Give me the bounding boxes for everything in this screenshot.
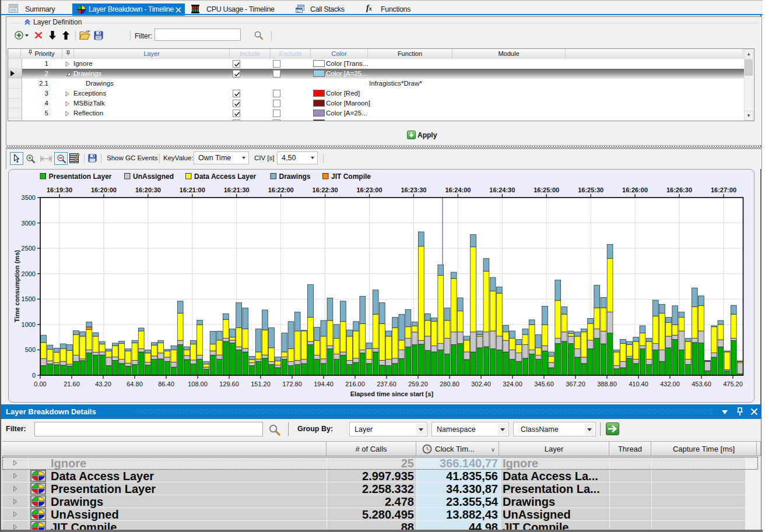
- svg-text:43.20: 43.20: [95, 380, 111, 387]
- svg-text:16:22:00: 16:22:00: [268, 186, 294, 193]
- svg-text:453.60: 453.60: [692, 380, 711, 387]
- svg-text:Drawings: Drawings: [279, 172, 311, 181]
- svg-text:Data Access Layer: Data Access Layer: [194, 172, 257, 181]
- svg-text:16:20:00: 16:20:00: [91, 186, 117, 193]
- svg-text:367.20: 367.20: [566, 380, 585, 387]
- svg-text:3500: 3500: [22, 194, 36, 201]
- svg-text:388.80: 388.80: [597, 380, 617, 387]
- svg-text:302.40: 302.40: [471, 380, 491, 387]
- svg-text:500: 500: [25, 346, 36, 353]
- svg-text:16:23:30: 16:23:30: [401, 186, 426, 193]
- svg-text:3000: 3000: [22, 220, 36, 227]
- svg-text:Elapsed time since start [s]: Elapsed time since start [s]: [350, 390, 434, 397]
- svg-text:16:27:00: 16:27:00: [711, 186, 736, 193]
- svg-text:21.60: 21.60: [64, 380, 80, 387]
- svg-text:16:26:00: 16:26:00: [622, 186, 648, 193]
- svg-text:16:20:30: 16:20:30: [135, 186, 161, 193]
- svg-text:Presentation Layer: Presentation Layer: [49, 172, 112, 181]
- svg-text:432.00: 432.00: [660, 380, 680, 387]
- svg-text:64.80: 64.80: [127, 380, 143, 387]
- svg-text:86.40: 86.40: [158, 380, 174, 387]
- svg-text:16:22:30: 16:22:30: [313, 186, 338, 193]
- svg-text:2000: 2000: [22, 270, 36, 277]
- svg-text:194.40: 194.40: [314, 380, 334, 387]
- svg-text:16:26:30: 16:26:30: [666, 186, 692, 193]
- svg-text:UnAssigned: UnAssigned: [133, 172, 174, 181]
- svg-text:Time consumption (ms): Time consumption (ms): [13, 250, 20, 322]
- svg-text:129.60: 129.60: [219, 380, 239, 387]
- svg-text:259.20: 259.20: [408, 380, 428, 387]
- svg-text:2500: 2500: [22, 245, 36, 252]
- svg-text:1000: 1000: [22, 321, 36, 328]
- svg-text:0.00: 0.00: [34, 380, 46, 387]
- svg-text:1500: 1500: [22, 295, 36, 302]
- svg-text:JIT Compile: JIT Compile: [331, 172, 371, 181]
- svg-text:216.00: 216.00: [345, 380, 365, 387]
- svg-text:0: 0: [32, 372, 36, 379]
- svg-text:16:19:30: 16:19:30: [47, 186, 72, 193]
- svg-text:16:24:30: 16:24:30: [489, 186, 515, 193]
- svg-text:237.60: 237.60: [377, 380, 396, 387]
- svg-text:16:25:00: 16:25:00: [534, 186, 559, 193]
- svg-text:16:23:00: 16:23:00: [356, 186, 382, 193]
- svg-text:345.60: 345.60: [534, 380, 554, 387]
- svg-text:475.20: 475.20: [723, 380, 743, 387]
- svg-text:16:21:30: 16:21:30: [224, 186, 250, 193]
- svg-text:108.00: 108.00: [188, 380, 208, 387]
- svg-text:410.40: 410.40: [629, 380, 648, 387]
- svg-text:16:21:00: 16:21:00: [180, 186, 205, 193]
- svg-text:16:25:30: 16:25:30: [578, 186, 603, 193]
- svg-text:324.00: 324.00: [503, 380, 522, 387]
- svg-text:151.20: 151.20: [251, 380, 271, 387]
- svg-text:280.80: 280.80: [440, 380, 459, 387]
- svg-text:172.80: 172.80: [282, 380, 302, 387]
- svg-text:16:24:00: 16:24:00: [445, 186, 471, 193]
